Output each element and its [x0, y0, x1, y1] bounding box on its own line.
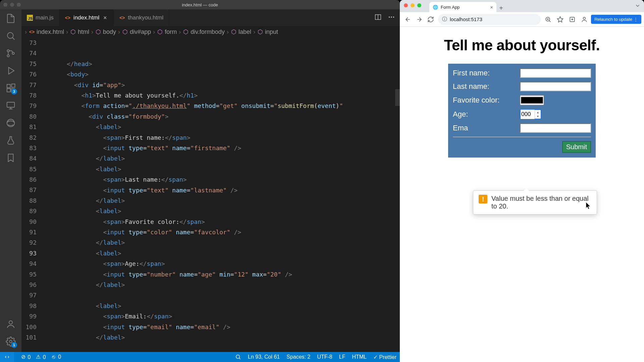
breadcrumbs[interactable]: › <>index.html › ⬡html › ⬡body › ⬡div#ap… [21, 26, 400, 38]
vscode-window: index.html — code 3 [0, 0, 400, 362]
bc-item[interactable]: form [165, 28, 177, 36]
svg-rect-7 [12, 84, 15, 87]
edge-tools-icon[interactable] [5, 117, 16, 129]
expand-tabs-icon[interactable] [635, 3, 641, 10]
validation-tooltip: ! Value must be less than or equal to 20… [473, 190, 597, 215]
nav-reload-icon[interactable] [425, 14, 436, 25]
source-control-icon[interactable] [5, 48, 16, 59]
bc-item[interactable]: input [265, 28, 278, 36]
warnings-count[interactable]: ⚠ 0 [35, 354, 46, 360]
input-age[interactable] [521, 110, 535, 119]
page-content: Tell me about yourself. First name: Last… [400, 27, 644, 362]
settings-badge: 1 [11, 342, 17, 348]
accounts-icon[interactable] [5, 318, 16, 330]
split-editor-icon[interactable] [374, 13, 382, 22]
input-email[interactable] [520, 123, 591, 133]
page-title: Tell me about yourself. [444, 37, 600, 54]
tab-main-js[interactable]: JS main.js [21, 9, 59, 26]
address-bar[interactable]: ⓘ localhost:5173 [438, 14, 541, 25]
svg-point-15 [393, 16, 394, 18]
formatter[interactable]: ✓ Prettier [373, 354, 396, 360]
url-text: localhost:5173 [450, 16, 482, 22]
code-editor[interactable]: 7374757677787980818283848586878889909192… [21, 38, 400, 352]
editor-tabbar: JS main.js <> index.html × <> thankyou.h… [21, 9, 400, 26]
tab-thankyou-html[interactable]: <> thankyou.html [114, 9, 169, 26]
nav-back-icon[interactable] [402, 14, 413, 25]
explorer-icon[interactable] [5, 13, 16, 24]
more-actions-icon[interactable] [388, 13, 395, 22]
extensions-icon[interactable]: 3 [5, 82, 16, 94]
bc-item[interactable]: html [78, 28, 89, 36]
svg-rect-4 [7, 84, 10, 88]
language-mode[interactable]: HTML [352, 354, 367, 360]
close-tab-icon[interactable]: × [490, 4, 493, 10]
tooltip-text: Value must be less than or equal to 20. [491, 195, 591, 210]
activity-bar: 3 1 [0, 9, 21, 352]
errors-count[interactable]: ⊘ 0 [20, 354, 31, 360]
svg-point-1 [7, 50, 9, 52]
vscode-titlebar: index.html — code [0, 0, 400, 9]
window-title: index.html — code [182, 2, 218, 7]
settings-gear-icon[interactable]: 1 [5, 336, 16, 347]
traffic-lights[interactable] [404, 3, 421, 7]
minimap-slider[interactable] [395, 89, 400, 106]
html-file-icon: <> [65, 15, 71, 21]
svg-point-13 [389, 16, 390, 18]
svg-point-11 [9, 340, 12, 343]
browser-tab[interactable]: 🌐 Form App × [429, 2, 496, 12]
bookmarks-icon[interactable] [5, 152, 16, 164]
new-tab-button[interactable]: + [496, 4, 506, 12]
bc-item[interactable]: div.formbody [191, 28, 225, 36]
cursor-position[interactable]: Ln 93, Col 61 [248, 354, 280, 360]
submit-button[interactable]: Submit [562, 141, 591, 153]
js-file-icon: JS [27, 15, 33, 21]
svg-point-16 [236, 355, 240, 359]
tab-label: index.html [73, 14, 99, 21]
label-favcolor: Favorite color: [453, 96, 520, 105]
svg-rect-8 [7, 102, 15, 107]
extensions-badge: 3 [11, 88, 17, 95]
profile-icon[interactable] [579, 14, 590, 25]
form-divider [453, 137, 591, 137]
search-icon[interactable] [5, 30, 16, 42]
svg-point-10 [9, 321, 12, 324]
remote-explorer-icon[interactable] [5, 100, 16, 111]
tab-index-html[interactable]: <> index.html × [59, 9, 114, 26]
bookmark-star-icon[interactable] [555, 14, 566, 25]
tab-label: main.js [36, 14, 54, 21]
browser-toolbar: ⓘ localhost:5173 Relaunch to update ⋮ [400, 12, 644, 27]
input-lastname[interactable] [520, 82, 591, 91]
install-app-icon[interactable] [567, 14, 578, 25]
zoom-icon[interactable] [235, 354, 241, 360]
number-stepper[interactable]: ▲▼ [535, 110, 541, 118]
run-debug-icon[interactable] [5, 65, 16, 76]
nav-forward-icon[interactable] [414, 14, 425, 25]
bc-item[interactable]: div#app [130, 28, 151, 36]
tab-title: Form App [441, 5, 460, 10]
browser-tabbar: 🌐 Form App × + [400, 0, 644, 12]
svg-point-3 [12, 52, 14, 54]
ports-count[interactable]: ⎋ 0 [51, 354, 61, 360]
html-file-icon: <> [119, 15, 125, 21]
svg-point-0 [7, 33, 13, 39]
testing-icon[interactable] [5, 135, 16, 146]
zoom-icon[interactable] [543, 14, 553, 25]
bc-item[interactable]: body [103, 28, 116, 36]
remote-indicator-icon[interactable] [0, 352, 14, 362]
warning-icon: ! [479, 195, 487, 203]
eol[interactable]: LF [339, 354, 345, 360]
bc-item[interactable]: index.html [37, 28, 64, 36]
label-age: Age: [453, 110, 520, 119]
relaunch-button[interactable]: Relaunch to update ⋮ [591, 15, 641, 24]
traffic-lights[interactable] [3, 3, 21, 7]
input-firstname[interactable] [520, 68, 591, 78]
input-age-wrapper: ▲▼ [520, 109, 541, 119]
encoding[interactable]: UTF-8 [317, 354, 332, 360]
site-info-icon[interactable]: ⓘ [442, 16, 447, 22]
bc-item[interactable]: label [238, 28, 251, 36]
input-favcolor[interactable] [520, 95, 544, 105]
close-tab-icon[interactable]: × [102, 15, 108, 21]
form-container: First name: Last name: Favorite color: A… [448, 64, 596, 158]
indent-spaces[interactable]: Spaces: 2 [286, 354, 310, 360]
svg-rect-5 [7, 88, 10, 92]
